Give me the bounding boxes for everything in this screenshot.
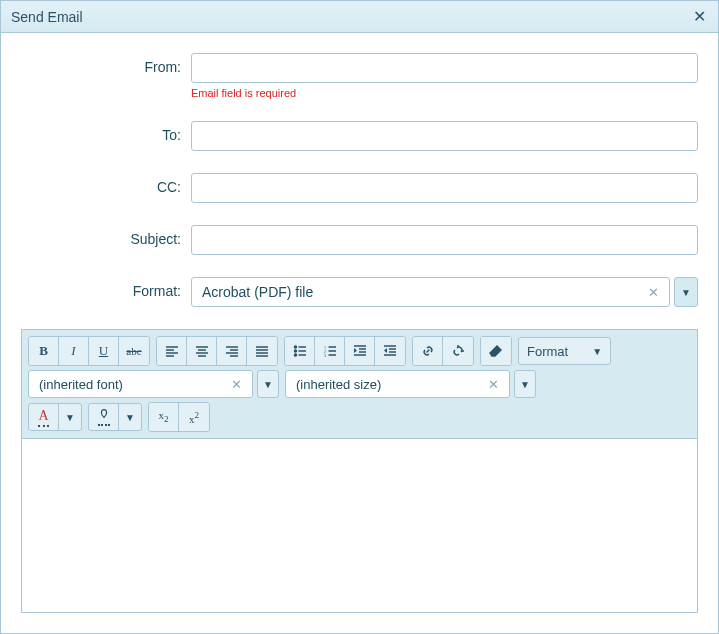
- align-justify-icon: [255, 344, 269, 358]
- form-area: From: Email field is required To: CC: Su…: [1, 33, 718, 329]
- highlight-color-button[interactable]: ▼: [88, 403, 142, 431]
- link-icon: [421, 344, 435, 358]
- align-center-button[interactable]: [187, 337, 217, 365]
- titlebar: Send Email ✕: [1, 1, 718, 33]
- indent-button[interactable]: [345, 337, 375, 365]
- clear-format-button[interactable]: [481, 337, 511, 365]
- cc-input[interactable]: [191, 173, 698, 203]
- row-cc: CC:: [21, 173, 698, 203]
- svg-marker-40: [490, 346, 501, 356]
- font-size-clear-icon[interactable]: ✕: [484, 377, 503, 392]
- font-family-clear-icon[interactable]: ✕: [227, 377, 246, 392]
- format-clear-icon[interactable]: ✕: [644, 285, 663, 300]
- unlink-button[interactable]: [443, 337, 473, 365]
- format-dropdown-button[interactable]: ▼: [674, 277, 698, 307]
- format-value: Acrobat (PDF) file: [202, 284, 644, 300]
- close-icon[interactable]: ✕: [690, 7, 708, 26]
- dialog-title: Send Email: [11, 9, 83, 25]
- bold-button[interactable]: B: [29, 337, 59, 365]
- number-list-icon: 123: [323, 344, 337, 358]
- svg-marker-37: [384, 348, 387, 353]
- label-format: Format:: [21, 277, 191, 299]
- text-style-group: B I U abc: [28, 336, 150, 366]
- subscript-button[interactable]: x2: [149, 403, 179, 431]
- align-left-icon: [165, 344, 179, 358]
- align-left-button[interactable]: [157, 337, 187, 365]
- bullet-list-icon: [293, 344, 307, 358]
- format-combo: Acrobat (PDF) file ✕ ▼: [191, 277, 698, 307]
- toolbar-row-1: B I U abc: [28, 336, 691, 366]
- indent-icon: [353, 344, 367, 358]
- label-subject: Subject:: [21, 225, 191, 247]
- list-indent-group: 123: [284, 336, 406, 366]
- format-dropdown-label: Format: [527, 344, 568, 359]
- send-email-dialog: Send Email ✕ From: Email field is requir…: [0, 0, 719, 634]
- bullet-list-button[interactable]: [285, 337, 315, 365]
- label-cc: CC:: [21, 173, 191, 195]
- svg-text:3: 3: [324, 353, 326, 358]
- label-from: From:: [21, 53, 191, 75]
- eraser-icon: [489, 344, 503, 358]
- format-combo-body[interactable]: Acrobat (PDF) file ✕: [191, 277, 670, 307]
- font-size-combo: (inherited size) ✕ ▼: [285, 370, 536, 398]
- outdent-icon: [383, 344, 397, 358]
- rich-text-editor: B I U abc: [21, 329, 698, 613]
- row-from: From: Email field is required: [21, 53, 698, 99]
- font-family-body[interactable]: (inherited font) ✕: [28, 370, 253, 398]
- number-list-button[interactable]: 123: [315, 337, 345, 365]
- align-center-icon: [195, 344, 209, 358]
- align-right-icon: [225, 344, 239, 358]
- font-size-body[interactable]: (inherited size) ✕: [285, 370, 510, 398]
- highlight-icon: [89, 404, 119, 430]
- link-button[interactable]: [413, 337, 443, 365]
- label-to: To:: [21, 121, 191, 143]
- font-family-dropdown-button[interactable]: ▼: [257, 370, 279, 398]
- toolbar-row-3: A ▼ ▼ x2 x2: [28, 402, 691, 432]
- from-input[interactable]: [191, 53, 698, 83]
- unlink-icon: [451, 344, 465, 358]
- highlight-chevron: ▼: [119, 412, 141, 423]
- svg-marker-32: [354, 348, 357, 353]
- row-format: Format: Acrobat (PDF) file ✕ ▼: [21, 277, 698, 307]
- row-subject: Subject:: [21, 225, 698, 255]
- italic-button[interactable]: I: [59, 337, 89, 365]
- font-size-dropdown-button[interactable]: ▼: [514, 370, 536, 398]
- to-input[interactable]: [191, 121, 698, 151]
- link-group: [412, 336, 474, 366]
- align-group: [156, 336, 278, 366]
- strikethrough-button[interactable]: abc: [119, 337, 149, 365]
- toolbar-row-2: (inherited font) ✕ ▼ (inherited size) ✕ …: [28, 370, 691, 398]
- text-color-chevron: ▼: [59, 412, 81, 423]
- align-right-button[interactable]: [217, 337, 247, 365]
- editor-content[interactable]: [22, 439, 697, 612]
- chevron-down-icon: ▼: [592, 346, 602, 357]
- text-color-icon: A: [29, 404, 59, 430]
- row-to: To:: [21, 121, 698, 151]
- superscript-button[interactable]: x2: [179, 403, 209, 431]
- underline-button[interactable]: U: [89, 337, 119, 365]
- font-size-value: (inherited size): [296, 377, 484, 392]
- svg-point-17: [294, 350, 296, 352]
- align-justify-button[interactable]: [247, 337, 277, 365]
- font-family-value: (inherited font): [39, 377, 227, 392]
- svg-point-16: [294, 346, 296, 348]
- outdent-button[interactable]: [375, 337, 405, 365]
- font-family-combo: (inherited font) ✕ ▼: [28, 370, 279, 398]
- clear-format-group: [480, 336, 512, 366]
- editor-toolbar: B I U abc: [22, 330, 697, 439]
- subject-input[interactable]: [191, 225, 698, 255]
- text-color-button[interactable]: A ▼: [28, 403, 82, 431]
- format-dropdown[interactable]: Format ▼: [518, 337, 611, 365]
- from-error: Email field is required: [191, 87, 698, 99]
- svg-point-18: [294, 354, 296, 356]
- script-group: x2 x2: [148, 402, 210, 432]
